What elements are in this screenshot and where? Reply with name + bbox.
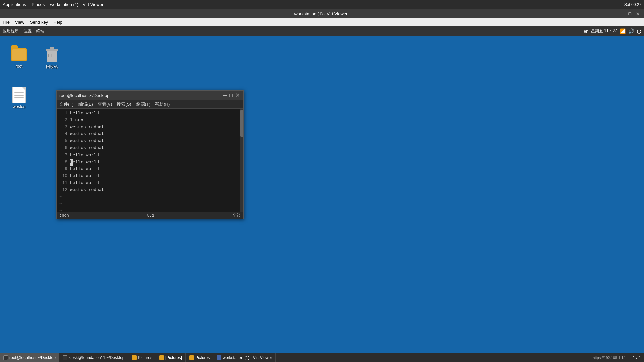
terminal-small-icon-2 [63, 355, 67, 360]
vim-position: 8,1 [147, 213, 155, 218]
taskbar-item-pictures-1[interactable]: Pictures [128, 353, 156, 362]
applications-menu[interactable]: Applications [3, 2, 26, 7]
viewer-small-icon [217, 355, 221, 360]
taskbar-item-pictures-3[interactable]: Pictures [186, 353, 213, 362]
taskbar-page: 1 / 4 [633, 355, 641, 360]
folder-small-icon-3 [189, 355, 194, 360]
terminal-window: root@localhost:~/Desktop ─ □ ✕ 文件(F) 编辑(… [56, 90, 244, 219]
top-bar-right: Sat 00:27 [624, 2, 641, 7]
folder-small-icon-1 [132, 355, 137, 360]
taskbar-item-virt-viewer[interactable]: workstation (1) - Virt Viewer [213, 353, 276, 362]
taskbar-item-virt-viewer-label: workstation (1) - Virt Viewer [223, 355, 272, 360]
vv-minimize-button[interactable]: ─ [619, 11, 625, 16]
desktop-icon-root[interactable]: root [7, 47, 31, 69]
terminal-maximize-button[interactable]: □ [229, 93, 233, 98]
terminal-line-2: 2 linux [59, 117, 240, 124]
vim-cursor: h [70, 159, 73, 166]
terminal-line-7: 7 hello world [59, 152, 240, 159]
terminal-menubar: 文件(F) 编辑(E) 查看(V) 搜索(S) 终端(T) 帮助(H) [57, 100, 243, 109]
terminal-close-button[interactable]: ✕ [235, 93, 240, 98]
virtual-desktop: 应用程序 位置 终端 en 星期五 11：27 📶 🔊 ⏻ root [0, 26, 644, 353]
volume-icon: 🔊 [628, 28, 634, 34]
desktop-icon-trash[interactable]: 回收站 [40, 47, 64, 70]
terminal-scrollbar-thumb[interactable] [240, 110, 243, 137]
virt-viewer-titlebar: workstation (1) - Virt Viewer ─ □ ✕ [0, 9, 644, 18]
terminal-minimize-button[interactable]: ─ [222, 93, 227, 98]
terminal-line-8: 8 hello world [59, 159, 240, 166]
desktop-icon-westos[interactable]: westos [7, 87, 31, 109]
taskbar-item-kiosk-terminal[interactable]: kiosk@foundation11:~/Desktop [59, 353, 128, 362]
vv-close-button[interactable]: ✕ [635, 11, 641, 16]
vv-menu-view[interactable]: View [15, 20, 24, 25]
vv-title: workstation (1) - Virt Viewer [23, 11, 619, 16]
vim-command: :noh [59, 213, 69, 218]
host-top-bar: Applications Places workstation (1) - Vi… [0, 0, 644, 9]
terminal-line-1: 1 hello world [59, 110, 240, 117]
vv-menu-sendkey[interactable]: Send key [30, 20, 48, 25]
places-menu[interactable]: Places [32, 2, 45, 7]
vv-maximize-button[interactable]: □ [627, 11, 633, 16]
taskbar-right: https://192.168.1.1/... 1 / 4 [593, 355, 644, 360]
terminal-statusbar: :noh 8,1 全部 [57, 212, 243, 219]
folder-small-icon-2 [159, 355, 164, 360]
terminal-line-6: 6 westos redhat [59, 145, 240, 152]
guest-bar-left: 应用程序 位置 终端 [3, 28, 44, 34]
taskbar-item-root-terminal[interactable]: root@localhost:~/Desktop [0, 353, 59, 362]
terminal-line-10: 10 hello world [59, 173, 240, 180]
trash-icon-img [44, 47, 60, 63]
terminal-line-5: 5 westos redhat [59, 138, 240, 145]
terminal-line-3: 3 westos redhat [59, 124, 240, 131]
taskbar-item-pictures-2[interactable]: [Pictures] [156, 353, 186, 362]
power-icon: ⏻ [637, 28, 641, 34]
guest-time: 星期五 11：27 [591, 28, 617, 34]
terminal-menu-terminal[interactable]: 终端(T) [136, 101, 151, 107]
virt-viewer-menubar: File View Send key Help [0, 18, 644, 26]
guest-bar-right: en 星期五 11：27 📶 🔊 ⏻ [584, 28, 641, 34]
terminal-line-12: 12 westos redhat [59, 187, 240, 194]
guest-apps-menu[interactable]: 应用程序 [3, 28, 19, 34]
terminal-line-4: 4 westos redhat [59, 131, 240, 138]
terminal-content[interactable]: 1 hello world 2 linux 3 westos redhat 4 … [57, 109, 243, 212]
vv-menu-file[interactable]: File [3, 20, 10, 25]
vv-window-controls[interactable]: ─ □ ✕ [619, 11, 641, 16]
top-bar-left: Applications Places workstation (1) - Vi… [3, 2, 103, 7]
taskbar-item-kiosk-label: kiosk@foundation11:~/Desktop [69, 355, 125, 360]
terminal-scrollbar[interactable] [240, 109, 243, 212]
folder-icon-img [11, 47, 27, 63]
terminal-window-controls[interactable]: ─ □ ✕ [222, 93, 240, 98]
desktop-icon-root-label: root [16, 64, 23, 69]
taskbar-item-root-label: root@localhost:~/Desktop [9, 355, 56, 360]
taskbar-item-pictures-2-label: [Pictures] [165, 355, 182, 360]
terminal-line-11: 11 hello world [59, 180, 240, 187]
terminal-menu-help[interactable]: 帮助(H) [155, 101, 170, 107]
desktop-icon-trash-label: 回收站 [46, 64, 58, 70]
taskbar-url: https://192.168.1.1/... [593, 356, 627, 360]
terminal-line-9: 9 hello world [59, 166, 240, 173]
terminal-menu-view[interactable]: 查看(V) [98, 101, 112, 107]
network-icon: 📶 [620, 28, 626, 34]
terminal-small-icon [3, 355, 8, 360]
doc-icon-img [11, 87, 27, 103]
guest-terminal-menu[interactable]: 终端 [36, 28, 44, 34]
terminal-menu-search[interactable]: 搜索(S) [117, 101, 131, 107]
terminal-menu-file[interactable]: 文件(F) [59, 101, 74, 107]
vv-menu-help[interactable]: Help [53, 20, 62, 25]
tilde-lines: ~ ~ ~ ~ ~ ~ ~ ~ [59, 194, 240, 212]
top-bar-time: Sat 00:27 [624, 2, 641, 7]
desktop-icon-westos-label: westos [13, 104, 25, 109]
taskbar-item-pictures-1-label: Pictures [138, 355, 152, 360]
terminal-menu-edit[interactable]: 编辑(E) [78, 101, 93, 107]
vim-scroll: 全部 [232, 213, 240, 218]
taskbar: root@localhost:~/Desktop kiosk@foundatio… [0, 353, 644, 362]
terminal-titlebar: root@localhost:~/Desktop ─ □ ✕ [57, 90, 243, 100]
window-title-top: workstation (1) - Virt Viewer [50, 2, 103, 7]
taskbar-item-pictures-3-label: Pictures [195, 355, 210, 360]
guest-top-bar: 应用程序 位置 终端 en 星期五 11：27 📶 🔊 ⏻ [0, 26, 644, 36]
terminal-title-text: root@localhost:~/Desktop [59, 93, 109, 98]
guest-places-menu[interactable]: 位置 [23, 28, 32, 34]
guest-lang: en [584, 29, 588, 34]
